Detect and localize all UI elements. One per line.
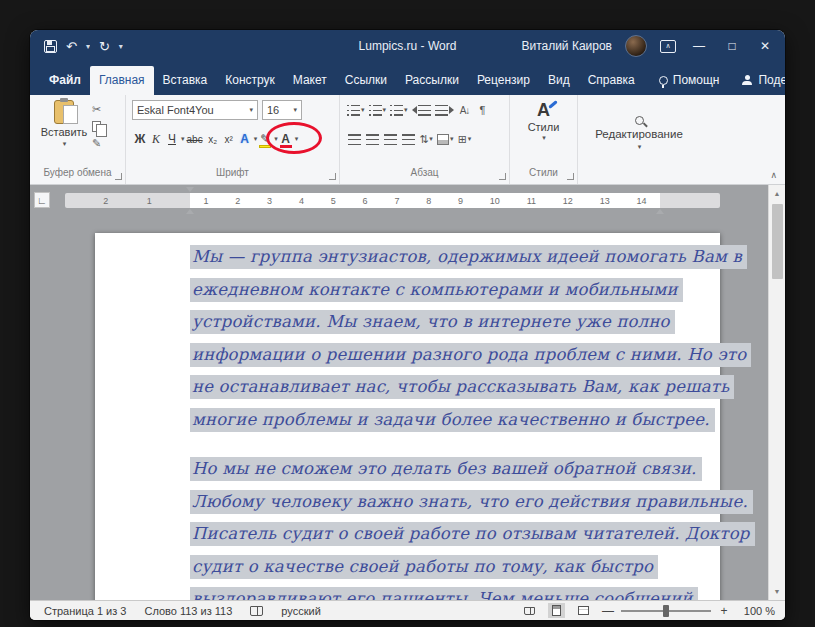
strikethrough-button[interactable]: abc [185,129,205,149]
format-painter-button[interactable]: ✎ [92,136,101,150]
word-count[interactable]: Слово 113 из 113 [144,605,232,617]
paste-button[interactable]: Вставить ▾ [36,100,92,167]
multilevel-list-button[interactable]: ▾ [389,100,409,120]
cut-button[interactable]: ✂ [92,102,101,116]
numbering-button[interactable]: ▾ [368,100,388,120]
tab-макет[interactable]: Макет [284,66,336,95]
zoom-level[interactable]: 100 % [737,605,775,617]
undo-icon[interactable]: ↶ [66,39,77,54]
save-icon[interactable] [44,40,57,53]
tab-selector[interactable]: ∟ [34,192,50,208]
sort-button[interactable]: А↓ [457,100,473,120]
tab-главная[interactable]: Главная [90,66,154,95]
zoom-in-button[interactable]: + [718,604,730,618]
scroll-up-icon[interactable]: ▲ [769,185,785,202]
bold-button[interactable]: Ж [132,129,148,149]
selected-text-line[interactable]: ежедневном контакте с компьютерами и моб… [190,278,683,302]
align-center-button[interactable] [364,129,380,149]
share-button[interactable]: Поделиться [728,73,785,95]
minimize-button[interactable]: — [689,39,709,53]
assistant-button[interactable]: Помощн [650,73,729,95]
undo-caret-icon[interactable]: ▾ [86,42,90,51]
tab-рецензир[interactable]: Рецензир [468,66,539,95]
vertical-scrollbar[interactable]: ▲ ▼ [768,185,785,600]
selected-text-line[interactable]: выздоравливают его пациенты. Чем меньше … [190,587,698,600]
maximize-button[interactable]: □ [722,39,742,53]
ruler-number: 13 [600,196,610,206]
font-size-combo[interactable]: 16 ▾ [262,100,302,120]
page-indicator[interactable]: Страница 1 из 3 [44,605,126,617]
word-window: ↶ ▾ ↻ ▾ Lumpics.ru - Word Виталий Каиров… [30,30,785,620]
user-avatar[interactable] [625,35,647,57]
group-styles: А Стили ▾ Стили [510,95,578,184]
copy-button[interactable] [92,119,101,133]
underline-button[interactable]: Ч [164,129,180,149]
tab-ссылки[interactable]: Ссылки [336,66,396,95]
subscript-button[interactable]: x₂ [205,129,221,149]
selected-text-line[interactable]: Писатель судит о своей работе по отзывам… [190,522,755,546]
read-mode-button[interactable] [521,603,538,618]
tab-file[interactable]: Файл [40,66,90,95]
document-page[interactable]: Мы — группа энтузиастов, одержимых идеей… [95,233,720,600]
zoom-slider[interactable] [621,610,711,612]
zoom-slider-thumb[interactable] [663,605,669,617]
selected-text-line[interactable]: Мы — группа энтузиастов, одержимых идеей… [190,245,747,269]
scrollbar-thumb[interactable] [772,204,783,279]
collapse-ribbon-icon[interactable]: ∧ [770,170,777,180]
editing-button[interactable]: Редактирование ▾ [584,100,694,167]
font-dialog-launcher[interactable] [329,173,336,180]
align-right-button[interactable] [382,129,398,149]
scroll-down-icon[interactable]: ▼ [769,583,785,600]
hanging-indent-marker[interactable] [186,209,194,214]
font-name-caret-icon: ▾ [249,106,253,114]
language-indicator[interactable]: русский [281,605,320,617]
shading-button[interactable]: ▾ [436,129,455,149]
document-canvas: Мы — группа энтузиастов, одержимых идеей… [30,215,785,600]
align-center-icon [366,134,379,145]
horizontal-ruler[interactable]: 21 1234567891011121314 [65,193,720,208]
text-effects-button[interactable]: А [237,129,253,149]
selected-text-line[interactable]: информации о решении разного рода пробле… [190,343,751,367]
redo-icon[interactable]: ↻ [99,39,110,54]
borders-button[interactable]: ⊞▾ [457,129,473,149]
selected-text-line[interactable]: устройствами. Мы знаем, что в интернете … [190,310,675,334]
highlight-color-button[interactable]: ✎ [257,129,273,149]
tab-конструк[interactable]: Конструк [216,66,284,95]
justify-button[interactable] [400,129,416,149]
selected-text-line[interactable]: Любому человеку важно знать, что его дей… [190,490,753,514]
close-button[interactable]: ✕ [755,39,775,53]
font-name-combo[interactable]: Eskal Font4You ▾ [132,100,258,120]
font-color-caret-icon[interactable]: ▾ [295,135,299,143]
right-indent-marker[interactable] [656,209,664,214]
tab-вид[interactable]: Вид [539,66,579,95]
clipboard-dialog-launcher[interactable] [115,173,122,180]
align-left-button[interactable] [346,129,362,149]
user-name[interactable]: Виталий Каиров [521,39,612,53]
selected-text-line[interactable]: многие проблемы и задачи более качествен… [190,408,715,432]
increase-indent-button[interactable] [434,100,455,120]
print-layout-button[interactable] [548,603,565,618]
tab-вставка[interactable]: Вставка [154,66,217,95]
decrease-indent-button[interactable] [411,100,432,120]
qat-customize-icon[interactable]: ▾ [119,42,123,51]
selected-text-line[interactable]: не останавливает нас, чтобы рассказывать… [190,375,734,399]
line-spacing-button[interactable]: ⇅▾ [418,129,434,149]
tab-справка[interactable]: Справка [579,66,644,95]
styles-button[interactable]: А Стили ▾ [516,100,571,167]
tab-рассылки[interactable]: Рассылки [396,66,468,95]
show-marks-button[interactable]: ¶ [475,100,491,120]
superscript-button[interactable]: x² [221,129,237,149]
first-line-indent-marker[interactable] [186,187,194,192]
zoom-out-button[interactable]: — [602,604,614,618]
proofing-icon[interactable] [250,606,263,616]
ruler-number: 1 [147,196,152,206]
selected-text-line[interactable]: Но мы не сможем это делать без вашей обр… [190,457,702,481]
styles-dialog-launcher[interactable] [567,173,574,180]
web-layout-button[interactable] [575,603,592,618]
ribbon-display-options-icon[interactable]: ∧ [660,40,676,53]
paragraph-dialog-launcher[interactable] [499,173,506,180]
italic-button[interactable]: К [148,129,164,149]
bullets-button[interactable]: ▾ [346,100,366,120]
font-color-button[interactable]: А [278,129,294,149]
selected-text-line[interactable]: судит о качестве своей работы по тому, к… [190,555,658,579]
